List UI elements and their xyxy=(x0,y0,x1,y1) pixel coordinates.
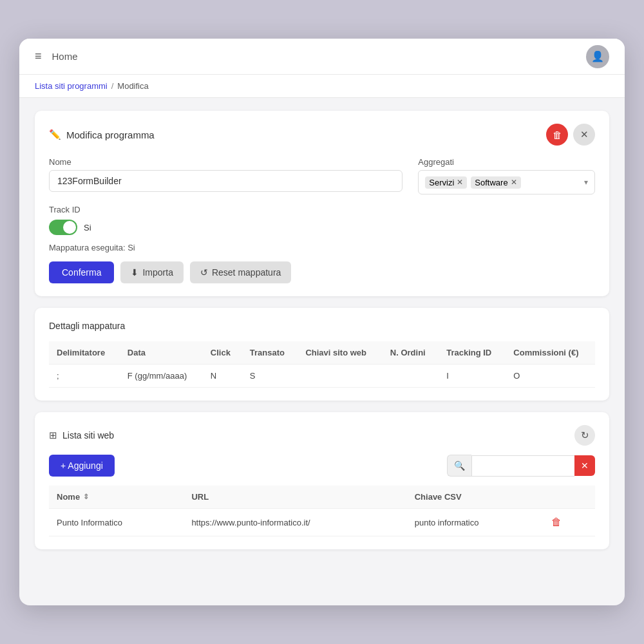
col-chiavi: Chiavi sito web xyxy=(298,341,382,365)
col-commissioni: Commissioni (€) xyxy=(506,341,595,365)
aggregati-select[interactable]: Servizi ✕ Software ✕ ▾ xyxy=(418,170,595,194)
lista-cell-action: 🗑 xyxy=(540,509,596,536)
refresh-button[interactable]: ↻ xyxy=(574,425,595,446)
tag-servizi-close[interactable]: ✕ xyxy=(457,178,463,187)
cell-data: F (gg/mm/aaaa) xyxy=(120,365,203,388)
importa-icon: ⬇ xyxy=(131,267,138,278)
mappatura-header-row: Delimitatore Data Click Transato Chiavi … xyxy=(49,341,595,365)
search-row: 🔍 ✕ xyxy=(447,455,595,477)
modifica-card-title: ✏️ Modifica programma xyxy=(49,129,155,140)
card-actions: 🗑 ✕ xyxy=(546,124,595,146)
top-bar: ≡ Home 👤 xyxy=(19,39,625,75)
dettagli-mappatura-card: Dettagli mappatura Delimitatore Data Cli… xyxy=(35,308,609,401)
pencil-icon: ✏️ xyxy=(49,129,61,140)
lista-cell-url: https://www.punto-informatico.it/ xyxy=(184,509,406,536)
importa-button[interactable]: ⬇ Importa xyxy=(120,261,183,283)
lista-cell-chiave: punto informatico xyxy=(407,509,540,536)
btn-row: Conferma ⬇ Importa ↺ Reset mappatura xyxy=(49,261,595,283)
track-id-toggle[interactable] xyxy=(49,220,77,235)
lista-title-row: ⊞ Lista siti web xyxy=(49,430,114,441)
modifica-title-label: Modifica programma xyxy=(66,129,155,140)
cell-click: N xyxy=(203,365,242,388)
form-row-1: Nome Aggregati Servizi ✕ Software ✕ xyxy=(49,157,595,194)
toggle-row: Si xyxy=(49,220,595,235)
search-input[interactable] xyxy=(471,455,574,477)
col-actions xyxy=(540,486,596,509)
refresh-icon: ↻ xyxy=(581,430,589,441)
table-row: ; F (gg/mm/aaaa) N S I O xyxy=(49,365,595,388)
aggregati-group: Aggregati Servizi ✕ Software ✕ ▾ xyxy=(418,157,595,194)
cell-transato: S xyxy=(242,365,298,388)
add-button[interactable]: + Aggiungi xyxy=(49,455,115,477)
lista-table: Nome ⇕ URL Chiave CSV Punto Informatico … xyxy=(49,486,595,536)
clear-icon: ✕ xyxy=(581,460,589,471)
breadcrumb: Lista siti programmi / Modifica xyxy=(19,75,625,98)
col-nome: Nome ⇕ xyxy=(49,486,184,509)
mappatura-tbody: ; F (gg/mm/aaaa) N S I O xyxy=(49,365,595,388)
col-url: URL xyxy=(184,486,406,509)
lista-table-row: Punto Informatico https://www.punto-info… xyxy=(49,509,595,536)
avatar-icon: 👤 xyxy=(591,50,604,62)
top-bar-left: ≡ Home xyxy=(35,50,78,63)
reset-button[interactable]: ↺ Reset mappatura xyxy=(190,261,291,283)
dettagli-title: Dettagli mappatura xyxy=(49,321,595,331)
lista-thead: Nome ⇕ URL Chiave CSV xyxy=(49,486,595,509)
lista-header: ⊞ Lista siti web ↻ xyxy=(49,425,595,446)
content-area: ✏️ Modifica programma 🗑 ✕ Nome Aggregati xyxy=(19,98,625,562)
toggle-knob xyxy=(63,221,76,234)
sort-icon[interactable]: ⇕ xyxy=(83,493,89,501)
hamburger-icon[interactable]: ≡ xyxy=(35,50,42,63)
lista-tbody: Punto Informatico https://www.punto-info… xyxy=(49,509,595,536)
nome-input[interactable] xyxy=(49,170,402,192)
cell-delimitatore: ; xyxy=(49,365,120,388)
col-nome-label: Nome xyxy=(57,492,80,502)
modifica-card-header: ✏️ Modifica programma 🗑 ✕ xyxy=(49,124,595,146)
grid-icon: ⊞ xyxy=(49,430,57,441)
col-chiave-csv: Chiave CSV xyxy=(407,486,540,509)
col-ordini: N. Ordini xyxy=(383,341,439,365)
close-button[interactable]: ✕ xyxy=(573,124,595,146)
search-icon-button[interactable]: 🔍 xyxy=(447,455,471,477)
cell-ordini xyxy=(383,365,439,388)
cell-chiavi xyxy=(298,365,382,388)
cell-commissioni: O xyxy=(506,365,595,388)
importa-label: Importa xyxy=(142,267,173,278)
reset-label: Reset mappatura xyxy=(212,267,281,278)
breadcrumb-link[interactable]: Lista siti programmi xyxy=(35,81,108,91)
nome-label: Nome xyxy=(49,157,402,167)
lista-title: Lista siti web xyxy=(62,430,114,440)
breadcrumb-separator: / xyxy=(111,81,114,91)
delete-row-button[interactable]: 🗑 xyxy=(547,515,565,529)
tag-servizi: Servizi ✕ xyxy=(425,176,467,189)
tag-software: Software ✕ xyxy=(471,176,520,189)
modifica-programma-card: ✏️ Modifica programma 🗑 ✕ Nome Aggregati xyxy=(35,111,609,296)
col-data: Data xyxy=(120,341,203,365)
toggle-state-label: Si xyxy=(84,223,91,232)
tag-software-label: Software xyxy=(475,178,507,187)
lista-header-row: Nome ⇕ URL Chiave CSV xyxy=(49,486,595,509)
conferma-button[interactable]: Conferma xyxy=(49,261,114,283)
search-clear-button[interactable]: ✕ xyxy=(574,455,595,476)
lista-toolbar: + Aggiungi 🔍 ✕ xyxy=(49,455,595,477)
mappatura-thead: Delimitatore Data Click Transato Chiavi … xyxy=(49,341,595,365)
col-click: Click xyxy=(203,341,242,365)
cell-tracking: I xyxy=(439,365,506,388)
col-tracking: Tracking ID xyxy=(439,341,506,365)
nome-group: Nome xyxy=(49,157,402,194)
lista-cell-nome: Punto Informatico xyxy=(49,509,184,536)
avatar[interactable]: 👤 xyxy=(586,45,609,68)
col-transato: Transato xyxy=(242,341,298,365)
mappatura-table: Delimitatore Data Click Transato Chiavi … xyxy=(49,341,595,388)
tag-software-close[interactable]: ✕ xyxy=(511,178,517,187)
aggregati-label: Aggregati xyxy=(418,157,595,167)
mappatura-text: Mappatura eseguita: Si xyxy=(49,243,595,252)
track-id-row: Track ID Si xyxy=(49,205,595,235)
select-arrow-icon: ▾ xyxy=(584,178,588,187)
track-id-label: Track ID xyxy=(49,205,595,214)
home-label: Home xyxy=(52,51,78,62)
col-delimitatore: Delimitatore xyxy=(49,341,120,365)
tag-servizi-label: Servizi xyxy=(429,178,454,187)
delete-button[interactable]: 🗑 xyxy=(546,124,568,146)
app-window: ≡ Home 👤 Lista siti programmi / Modifica… xyxy=(19,39,625,605)
lista-siti-card: ⊞ Lista siti web ↻ + Aggiungi 🔍 ✕ xyxy=(35,412,609,549)
